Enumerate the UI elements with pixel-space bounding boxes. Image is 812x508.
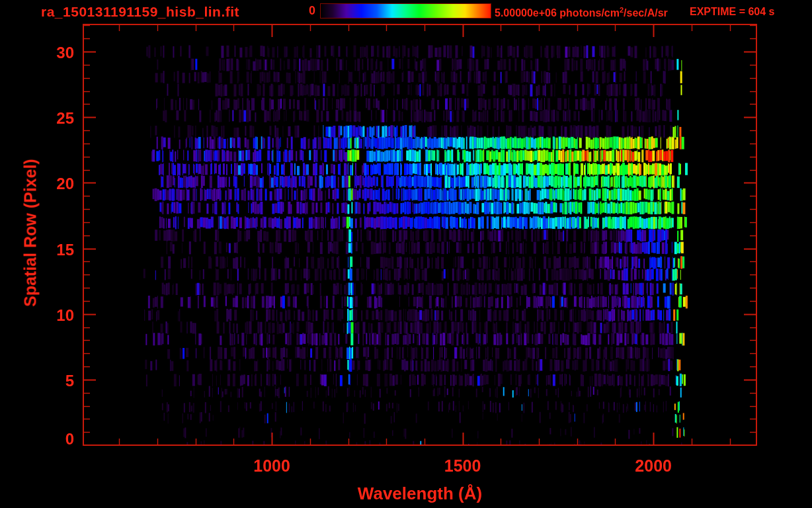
colorbar-max-suffix: /sec/A/sr bbox=[624, 7, 668, 19]
colorbar-max-label: 5.00000e+06 photons/cm2/sec/A/sr bbox=[495, 6, 668, 19]
y-tick-label: 0 bbox=[38, 430, 74, 448]
x-tick-label: 1500 bbox=[444, 456, 481, 476]
x-tick-label: 1000 bbox=[253, 456, 290, 476]
colorbar-min-label: 0 bbox=[291, 4, 315, 18]
y-tick-label: 25 bbox=[38, 109, 74, 128]
y-tick-label: 30 bbox=[38, 44, 74, 62]
colorbar-max-prefix: 5.00000e+06 photons/cm bbox=[495, 7, 620, 19]
y-axis-label: Spatial Row (Pixel) bbox=[21, 159, 40, 307]
x-tick-label: 2000 bbox=[635, 456, 672, 476]
exptime-label: EXPTIME = 604 s bbox=[690, 6, 775, 18]
spectral-display-window: { "header": { "title": "ra_150131191159_… bbox=[0, 0, 812, 508]
x-axis-label: Wavelength (Å) bbox=[358, 484, 482, 504]
filename-title: ra_150131191159_hisb_lin.fit bbox=[41, 4, 239, 20]
y-tick-label: 10 bbox=[38, 306, 74, 325]
spectral-heatmap-canvas bbox=[0, 0, 812, 508]
y-tick-label: 5 bbox=[38, 372, 74, 390]
y-tick-label: 15 bbox=[38, 241, 74, 259]
colorbar bbox=[320, 3, 491, 19]
y-tick-label: 20 bbox=[38, 175, 74, 193]
